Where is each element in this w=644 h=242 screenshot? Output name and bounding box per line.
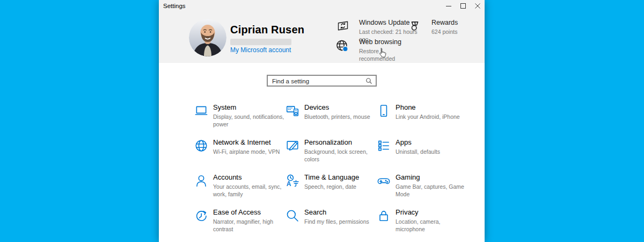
category-subtitle: Narrator, magnifier, high contrast xyxy=(213,218,287,233)
quick-action-title: Rewards xyxy=(431,19,485,26)
category-subtitle: Your accounts, email, sync, work, family xyxy=(213,183,287,198)
category-text: Phone Link your Android, iPhone xyxy=(396,103,470,120)
category-tile-apps[interactable]: Apps Uninstall, defaults xyxy=(377,138,468,173)
category-title: Privacy xyxy=(396,208,470,216)
search-category-icon xyxy=(286,209,299,223)
personalization-icon xyxy=(286,139,299,153)
search-icon xyxy=(365,77,372,84)
desktop: { "colors": { "accent": "#0078d7", "desk… xyxy=(0,0,644,242)
category-subtitle: Display, sound, notifications, power xyxy=(213,113,287,128)
apps-icon xyxy=(377,139,391,153)
category-tile-phone[interactable]: Phone Link your Android, iPhone xyxy=(377,103,468,138)
avatar xyxy=(189,19,226,56)
category-title: Phone xyxy=(396,103,470,111)
category-tile-gaming[interactable]: Gaming Game Bar, captures, Game Mode xyxy=(377,173,468,208)
user-name: Ciprian Rusen xyxy=(230,24,304,36)
search-input[interactable] xyxy=(268,76,376,86)
category-text: System Display, sound, notifications, po… xyxy=(213,103,287,128)
avatar-image xyxy=(189,19,226,56)
category-tile-personalization[interactable]: Personalization Background, lock screen,… xyxy=(286,138,377,173)
devices-icon xyxy=(286,104,299,118)
category-text: Devices Bluetooth, printers, mouse xyxy=(304,103,378,120)
category-subtitle: Wi-Fi, airplane mode, VPN xyxy=(213,148,287,155)
category-text: Time & Language Speech, region, date xyxy=(304,173,378,190)
category-subtitle: Game Bar, captures, Game Mode xyxy=(396,183,470,198)
windows-update-icon xyxy=(336,19,349,32)
window-controls xyxy=(441,0,485,12)
minimize-icon xyxy=(446,3,451,9)
close-button[interactable] xyxy=(470,0,485,12)
settings-window: Settings xyxy=(159,0,485,242)
window-title: Settings xyxy=(163,3,186,9)
category-text: Network & Internet Wi-Fi, airplane mode,… xyxy=(213,138,287,155)
category-subtitle: Find my files, permissions xyxy=(304,218,378,225)
accounts-person-icon xyxy=(194,174,208,188)
phone-icon xyxy=(377,104,391,118)
category-subtitle: Location, camera, microphone xyxy=(396,218,470,233)
category-title: Ease of Access xyxy=(213,208,287,216)
cursor-pointer-icon xyxy=(378,47,387,60)
maximize-icon xyxy=(460,3,466,9)
category-grid: System Display, sound, notifications, po… xyxy=(194,103,469,242)
category-title: Network & Internet xyxy=(213,138,287,146)
web-browsing-globe-icon xyxy=(335,39,349,53)
category-tile-privacy[interactable]: Privacy Location, camera, microphone xyxy=(377,208,468,242)
category-title: Time & Language xyxy=(304,173,378,181)
category-tile-accounts[interactable]: Accounts Your accounts, email, sync, wor… xyxy=(194,173,286,208)
category-tile-system[interactable]: System Display, sound, notifications, po… xyxy=(194,103,286,138)
microsoft-account-link[interactable]: My Microsoft account xyxy=(230,46,291,54)
category-text: Ease of Access Narrator, magnifier, high… xyxy=(213,208,287,233)
category-text: Accounts Your accounts, email, sync, wor… xyxy=(213,173,287,198)
search-box xyxy=(267,75,377,87)
category-text: Apps Uninstall, defaults xyxy=(396,138,470,155)
category-tile-devices[interactable]: Devices Bluetooth, printers, mouse xyxy=(286,103,377,138)
category-tile-time-language[interactable]: A Time & Language Speech, region, date xyxy=(286,173,377,208)
category-title: Accounts xyxy=(213,173,287,181)
category-text: Gaming Game Bar, captures, Game Mode xyxy=(396,173,470,198)
quick-action-subtitle: 624 points xyxy=(431,28,485,35)
category-subtitle: Speech, region, date xyxy=(304,183,378,190)
category-subtitle: Uninstall, defaults xyxy=(396,148,470,155)
category-text: Privacy Location, camera, microphone xyxy=(396,208,470,233)
quick-action-rewards[interactable]: Rewards 624 points xyxy=(408,18,485,35)
category-title: Apps xyxy=(396,138,470,146)
category-tile-ease-of-access[interactable]: Ease of Access Narrator, magnifier, high… xyxy=(194,208,286,242)
blurred-email xyxy=(230,39,291,45)
category-subtitle: Background, lock screen, colors xyxy=(304,148,378,163)
category-subtitle: Link your Android, iPhone xyxy=(396,113,470,120)
category-text: Personalization Background, lock screen,… xyxy=(304,138,378,163)
category-tile-search[interactable]: Search Find my files, permissions xyxy=(286,208,377,242)
ease-of-access-icon xyxy=(194,209,208,223)
close-icon xyxy=(475,3,480,9)
svg-text:A: A xyxy=(287,180,291,188)
gaming-controller-icon xyxy=(377,174,391,188)
maximize-button[interactable] xyxy=(456,0,470,12)
privacy-lock-icon xyxy=(377,209,391,223)
category-title: Gaming xyxy=(396,173,470,181)
minimize-button[interactable] xyxy=(441,0,456,12)
category-title: Devices xyxy=(304,103,378,111)
category-subtitle: Bluetooth, printers, mouse xyxy=(304,113,378,120)
time-language-icon: A xyxy=(286,174,299,188)
quick-action-web-browsing[interactable]: Web browsing Restore recommended xyxy=(335,38,404,62)
category-text: Search Find my files, permissions xyxy=(304,208,378,225)
quick-action-title: Web browsing xyxy=(359,38,404,46)
rewards-medal-icon xyxy=(408,19,422,33)
category-title: Personalization xyxy=(304,138,378,146)
header: Settings xyxy=(159,0,485,63)
system-icon xyxy=(194,104,208,118)
category-tile-network[interactable]: Network & Internet Wi-Fi, airplane mode,… xyxy=(194,138,286,173)
category-title: System xyxy=(213,103,287,111)
category-title: Search xyxy=(304,208,378,216)
quick-action-text: Rewards 624 points xyxy=(431,18,485,35)
network-globe-icon xyxy=(194,139,208,153)
